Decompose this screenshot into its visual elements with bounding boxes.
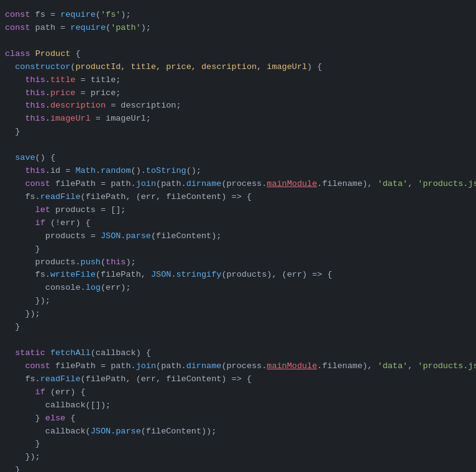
code-line: });	[0, 451, 476, 464]
code-line	[0, 35, 476, 48]
code-line: class Product {	[0, 48, 476, 61]
code-line: this.description = description;	[0, 99, 476, 113]
code-line: const path = require('path');	[0, 22, 476, 35]
code-line: const fs = require('fs');	[0, 9, 476, 22]
code-line: save() {	[0, 152, 476, 165]
code-line: fs.readFile(filePath, (err, fileContent)…	[0, 191, 476, 204]
code-line: callback(JSON.parse(fileContent));	[0, 425, 476, 438]
code-line: products.push(this);	[0, 256, 476, 269]
code-line: });	[0, 308, 476, 321]
code-line: this.imageUrl = imageUrl;	[0, 113, 476, 126]
code-line: this.title = title;	[0, 74, 476, 87]
code-line	[0, 334, 476, 347]
code-line: }	[0, 321, 476, 334]
code-line: const filePath = path.join(path.dirname(…	[0, 178, 476, 191]
code-line: console.log(err);	[0, 282, 476, 295]
code-line: if (err) {	[0, 386, 476, 399]
code-line: }	[0, 126, 476, 139]
code-line: callback([]);	[0, 399, 476, 412]
code-line: if (!err) {	[0, 217, 476, 230]
code-line: products = JSON.parse(fileContent);	[0, 230, 476, 243]
code-line: this.id = Math.random().toString();	[0, 165, 476, 178]
code-line: }	[0, 438, 476, 451]
code-line: } else {	[0, 412, 476, 425]
code-line: this.price = price;	[0, 87, 476, 100]
code-line: const filePath = path.join(path.dirname(…	[0, 360, 476, 373]
code-line: fs.readFile(filePath, (err, fileContent)…	[0, 373, 476, 386]
code-editor: const fs = require('fs');const path = re…	[0, 6, 476, 472]
code-line: static fetchAll(callback) {	[0, 347, 476, 360]
code-line: fs.writeFile(filePath, JSON.stringify(pr…	[0, 269, 476, 282]
code-line: let products = [];	[0, 204, 476, 217]
code-line: constructor(productId, title, price, des…	[0, 61, 476, 74]
code-line	[0, 139, 476, 152]
code-line: }	[0, 464, 476, 472]
code-line: });	[0, 295, 476, 308]
code-line: }	[0, 243, 476, 256]
